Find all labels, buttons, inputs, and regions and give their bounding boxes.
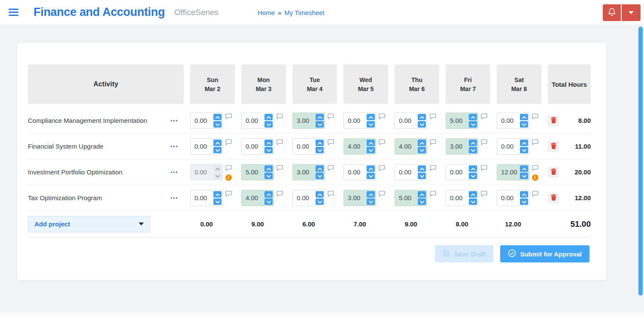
- stepper-up-button[interactable]: [418, 114, 426, 120]
- delete-row-button[interactable]: [548, 167, 559, 178]
- row-menu-button[interactable]: ⋯: [169, 168, 179, 176]
- submit-approval-button[interactable]: Submit for Approval: [500, 245, 589, 262]
- delete-row-button[interactable]: [548, 115, 559, 126]
- comment-button[interactable]: [328, 191, 334, 198]
- comment-button[interactable]: [379, 113, 385, 121]
- stepper-up-button[interactable]: [469, 114, 477, 120]
- stepper-up-button[interactable]: [469, 140, 477, 146]
- hamburger-menu-button[interactable]: [6, 5, 21, 20]
- stepper-up-button[interactable]: [367, 140, 375, 146]
- stepper-down-button[interactable]: [213, 121, 222, 128]
- stepper-down-button[interactable]: [316, 121, 324, 128]
- stepper-up-button[interactable]: [520, 165, 528, 172]
- stepper-down-button[interactable]: [418, 121, 426, 128]
- stepper-down-button[interactable]: [418, 198, 426, 205]
- stepper-up-button[interactable]: [367, 191, 375, 198]
- stepper-up-button[interactable]: [418, 191, 426, 198]
- stepper-down-button[interactable]: [469, 173, 477, 179]
- stepper-up-button[interactable]: [469, 165, 477, 172]
- page-scrollbar[interactable]: [638, 27, 643, 296]
- stepper-down-button[interactable]: [520, 121, 528, 128]
- comment-button[interactable]: [276, 165, 283, 172]
- stepper-down-button[interactable]: [213, 173, 222, 179]
- save-draft-button[interactable]: Save Draft: [435, 245, 493, 262]
- stepper-down-button[interactable]: [264, 198, 273, 205]
- row-menu-button[interactable]: ⋯: [169, 117, 179, 125]
- add-project-select[interactable]: Add project: [28, 216, 150, 232]
- row-menu-button[interactable]: ⋯: [169, 143, 179, 150]
- comment-button[interactable]: [225, 139, 232, 146]
- delete-row-button[interactable]: [548, 141, 559, 152]
- stepper-up-button[interactable]: [264, 165, 273, 172]
- stepper-up-button[interactable]: [316, 165, 324, 172]
- comment-button[interactable]: [276, 113, 283, 121]
- comment-button[interactable]: [430, 113, 436, 121]
- row-menu-button[interactable]: ⋯: [169, 194, 179, 202]
- stepper-down-button[interactable]: [367, 147, 375, 153]
- breadcrumb-home-link[interactable]: Home: [258, 9, 275, 16]
- stepper-down-button[interactable]: [520, 173, 528, 179]
- stepper-down-button[interactable]: [213, 147, 222, 153]
- stepper-down-button[interactable]: [469, 147, 477, 153]
- comment-button[interactable]: [481, 191, 487, 198]
- stepper-up-button[interactable]: [316, 140, 324, 146]
- comment-button[interactable]: [328, 165, 334, 172]
- stepper-down-button[interactable]: [264, 173, 273, 179]
- comment-button[interactable]: [481, 113, 487, 121]
- comment-button[interactable]: [328, 139, 334, 146]
- stepper-up-button[interactable]: [418, 140, 426, 146]
- stepper-down-button[interactable]: [418, 147, 426, 153]
- comment-button[interactable]: [328, 113, 334, 121]
- stepper-down-button[interactable]: [520, 198, 528, 205]
- comment-button[interactable]: [276, 139, 283, 146]
- stepper-up-button[interactable]: [316, 114, 324, 120]
- stepper-down-button[interactable]: [316, 147, 324, 153]
- stepper-down-button[interactable]: [316, 198, 324, 205]
- stepper-up-button[interactable]: [264, 114, 273, 120]
- stepper-down-button[interactable]: [316, 173, 324, 179]
- stepper-up-button[interactable]: [213, 191, 222, 198]
- stepper-up-button[interactable]: [213, 165, 222, 172]
- comment-button[interactable]: [532, 165, 538, 172]
- stepper-up-button[interactable]: [264, 140, 273, 146]
- comment-button[interactable]: [379, 165, 385, 172]
- stepper-down-button[interactable]: [469, 198, 477, 205]
- comment-button[interactable]: [379, 191, 385, 198]
- stepper-down-button[interactable]: [264, 121, 273, 128]
- stepper-up-button[interactable]: [367, 114, 375, 120]
- stepper-up-button[interactable]: [469, 191, 477, 198]
- stepper-down-button[interactable]: [264, 147, 273, 153]
- account-menu-button[interactable]: [622, 4, 641, 21]
- stepper-up-button[interactable]: [264, 191, 273, 198]
- comment-button[interactable]: [532, 191, 538, 198]
- stepper-up-button[interactable]: [213, 140, 222, 146]
- comment-button[interactable]: [481, 139, 487, 146]
- stepper-up-button[interactable]: [418, 165, 426, 172]
- delete-row-button[interactable]: [548, 192, 559, 204]
- stepper-down-button[interactable]: [367, 198, 375, 205]
- comment-button[interactable]: [430, 191, 436, 198]
- comment-button[interactable]: [225, 191, 232, 198]
- stepper-up-button[interactable]: [520, 191, 528, 198]
- comment-button[interactable]: [276, 191, 283, 198]
- stepper-up-button[interactable]: [520, 114, 528, 120]
- comment-button[interactable]: [430, 139, 436, 146]
- comment-button[interactable]: [430, 165, 436, 172]
- stepper-down-button[interactable]: [367, 121, 375, 128]
- breadcrumb-current-link[interactable]: My Timesheet: [284, 9, 324, 16]
- stepper-up-button[interactable]: [316, 191, 324, 198]
- stepper-down-button[interactable]: [520, 147, 528, 153]
- stepper-up-button[interactable]: [367, 165, 375, 172]
- comment-button[interactable]: [379, 139, 385, 146]
- comment-button[interactable]: [532, 113, 538, 121]
- stepper-down-button[interactable]: [418, 173, 426, 179]
- stepper-down-button[interactable]: [469, 121, 477, 128]
- stepper-down-button[interactable]: [367, 173, 375, 179]
- comment-button[interactable]: [532, 139, 538, 146]
- stepper-down-button[interactable]: [213, 198, 222, 205]
- stepper-up-button[interactable]: [213, 114, 222, 120]
- comment-button[interactable]: [225, 165, 232, 172]
- comment-button[interactable]: [225, 113, 232, 121]
- comment-button[interactable]: [481, 165, 487, 172]
- notifications-button[interactable]: [603, 4, 621, 21]
